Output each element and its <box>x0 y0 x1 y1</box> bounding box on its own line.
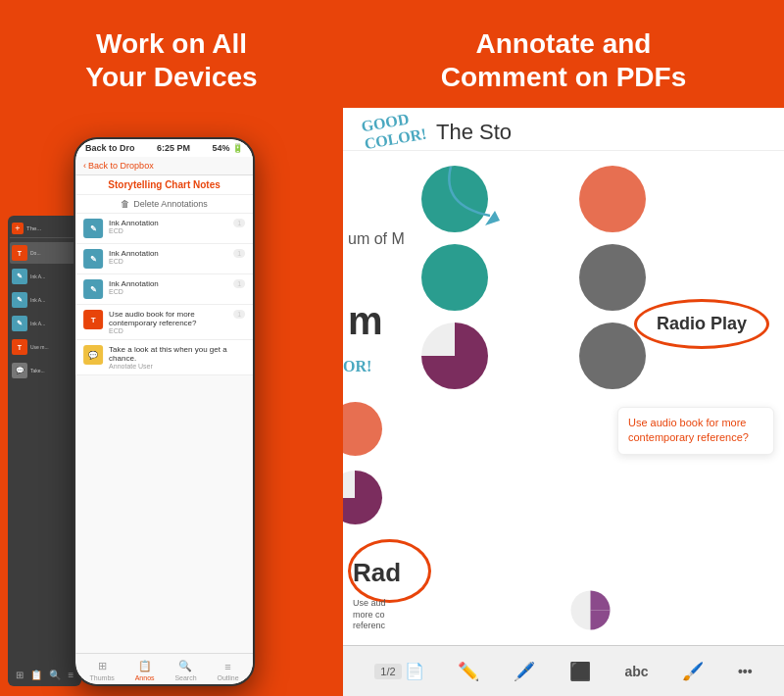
annos-icon: 📋 <box>138 660 152 672</box>
sidebar-icon-blue-2: ✎ <box>12 316 27 331</box>
annotation-sub-4: Annotate User <box>109 363 245 370</box>
pdf-tool-pencil[interactable]: ✏️ <box>458 661 479 682</box>
phone-nav-bar: ‹ Back to Dropbox <box>75 157 253 175</box>
pen-tool-icon: 🖊️ <box>514 661 535 682</box>
sidebar-item-3[interactable]: ✎ Ink A... <box>10 313 79 334</box>
annotation-content-2: Ink Annotation ECD <box>109 279 227 295</box>
small-pie-chart <box>568 588 612 632</box>
toolbar-item-thumbs[interactable]: ⊞ Thumbs <box>90 660 115 681</box>
annotation-title-4: Take a look at this when you get a chanc… <box>109 345 245 363</box>
annotation-icon-ink-1: ✎ <box>83 249 103 269</box>
sidebar-text-3: Ink A... <box>30 321 70 326</box>
tablet-bottom-bar: ⊞ 📋 🔍 ≡ <box>8 670 81 680</box>
sidebar-item-0[interactable]: T Do... <box>10 242 79 264</box>
sidebar-doc-title: The... <box>26 225 66 231</box>
sidebar-icon-orange-1: T <box>12 339 27 355</box>
left-header: Work on All Your Devices <box>66 0 276 113</box>
annotation-title-3: Use audio book for more contemporary ref… <box>109 310 227 327</box>
tablet-sidebar: + The... T Do... ✎ Ink A... ✎ Ink A... ✎ <box>8 216 81 686</box>
toolbar-item-annos[interactable]: 📋 Annos <box>135 660 155 681</box>
phone-delete-bar[interactable]: 🗑 Delete Annotations <box>75 195 253 214</box>
annotation-arrow <box>421 157 539 235</box>
right-title: Annotate and Comment on PDFs <box>441 27 686 93</box>
sidebar-icon-blue-1: ✎ <box>12 292 27 308</box>
sidebar-add-button[interactable]: + <box>12 223 24 234</box>
sidebar-item-1[interactable]: ✎ Ink A... <box>10 266 79 287</box>
trash-icon: 🗑 <box>121 199 129 209</box>
pdf-tool-text[interactable]: abc <box>624 664 648 679</box>
tablet-tool-icon-3[interactable]: 🔍 <box>49 670 61 680</box>
annotation-item-2[interactable]: ✎ Ink Annotation ECD 1 <box>75 274 253 305</box>
brush-tool-icon: 🖌️ <box>682 661 704 682</box>
phone-screen: Back to Dro 6:25 PM 54% 🔋 ‹ Back to Drop… <box>75 139 253 684</box>
tablet-tool-icon-1[interactable]: ⊞ <box>16 670 24 680</box>
tablet-tool-icon-2[interactable]: 📋 <box>30 670 42 680</box>
pdf-tool-highlight[interactable]: ⬛ <box>569 661 591 682</box>
annotation-icon-text: T <box>83 310 103 329</box>
phone-time: 6:25 PM <box>157 143 190 153</box>
phone-toolbar: ⊞ Thumbs 📋 Annos 🔍 Search ≡ Outline <box>75 653 253 684</box>
annotation-sub-0: ECD <box>109 227 227 234</box>
page-number: 1/2 <box>374 664 401 679</box>
search-label: Search <box>174 674 196 681</box>
circle-gray-2 <box>579 323 646 389</box>
radio-play-label: Radio Play <box>657 314 747 334</box>
sidebar-icon-gray: 💬 <box>12 363 27 378</box>
annotation-title-2: Ink Annotation <box>109 279 227 288</box>
annotation-sub-3: ECD <box>109 327 227 334</box>
phone-back-button[interactable]: ‹ Back to Dropbox <box>83 161 154 171</box>
left-title: Work on All Your Devices <box>85 27 257 93</box>
phone-screen-title: Storytelling Chart Notes <box>83 179 245 190</box>
sidebar-item-4[interactable]: T Use m... <box>10 336 79 358</box>
annotation-content-1: Ink Annotation ECD <box>109 249 227 265</box>
sidebar-top: + The... <box>10 220 79 238</box>
tablet-tool-icon-4[interactable]: ≡ <box>68 670 74 680</box>
annotation-item-1[interactable]: ✎ Ink Annotation ECD 1 <box>75 244 253 274</box>
circle-orange <box>579 166 646 232</box>
sidebar-item-5[interactable]: 💬 Take... <box>10 360 79 381</box>
phone-delete-label[interactable]: Delete Annotations <box>133 199 208 209</box>
annotation-badge-2: 1 <box>233 279 245 288</box>
pencil-tool-icon: ✏️ <box>458 661 479 682</box>
sidebar-icon-orange: T <box>12 245 27 261</box>
phone-back-label: Back to Dropbox <box>88 161 154 171</box>
radio-play-cell: Radio Play <box>634 299 769 349</box>
sidebar-text-4: Use m... <box>30 344 70 350</box>
text-tool-icon: abc <box>624 664 648 679</box>
search-icon: 🔍 <box>178 660 192 672</box>
circle-gray-1 <box>579 244 646 311</box>
annotation-comment-text: Use audio book for more contemporary ref… <box>628 416 763 446</box>
toolbar-item-outline[interactable]: ≡ Outline <box>217 661 238 681</box>
annotation-content-0: Ink Annotation ECD <box>109 219 227 234</box>
annotation-item-4[interactable]: 💬 Take a look at this when you get a cha… <box>75 340 253 375</box>
sidebar-item-2[interactable]: ✎ Ink A... <box>10 289 79 311</box>
use-audio-text: Use audmore coreferenc <box>353 598 386 632</box>
orange-circle-partial <box>343 402 382 456</box>
pdf-area: GOODCOLOR! The Sto <box>343 108 784 696</box>
annotation-badge-3: 1 <box>233 310 245 319</box>
annotation-item-3[interactable]: T Use audio book for more contemporary r… <box>75 305 253 340</box>
annotation-badge-1: 1 <box>233 249 245 258</box>
pdf-tool-pen[interactable]: 🖊️ <box>514 661 535 682</box>
annotation-list: ✎ Ink Annotation ECD 1 ✎ Ink Annotation … <box>75 214 253 653</box>
page-icon: 📄 <box>405 662 424 680</box>
annotation-badge-0: 1 <box>233 219 245 227</box>
highlight-tool-icon: ⬛ <box>569 661 591 682</box>
sidebar-text-2: Ink A... <box>30 297 70 303</box>
or-handwriting: OR! <box>343 358 371 375</box>
annotation-sub-2: ECD <box>109 288 227 295</box>
annotation-item-0[interactable]: ✎ Ink Annotation ECD 1 <box>75 214 253 244</box>
thumbs-label: Thumbs <box>90 674 115 681</box>
phone-status-bar: Back to Dro 6:25 PM 54% 🔋 <box>75 139 253 157</box>
page-indicator: 1/2 📄 <box>374 662 423 680</box>
annotation-content-4: Take a look at this when you get a chanc… <box>109 345 245 370</box>
phone-device: Back to Dro 6:25 PM 54% 🔋 ‹ Back to Drop… <box>74 137 255 686</box>
pdf-content: GOODCOLOR! The Sto <box>343 108 784 696</box>
thumbs-icon: ⊞ <box>98 660 107 672</box>
toolbar-item-search[interactable]: 🔍 Search <box>174 660 196 681</box>
sidebar-text-5: Take... <box>30 368 70 373</box>
pdf-tool-brush[interactable]: 🖌️ <box>682 661 704 682</box>
more-tool-icon: ••• <box>738 664 753 679</box>
sidebar-text-1: Ink A... <box>30 273 70 279</box>
pdf-tool-more[interactable]: ••• <box>738 664 753 679</box>
